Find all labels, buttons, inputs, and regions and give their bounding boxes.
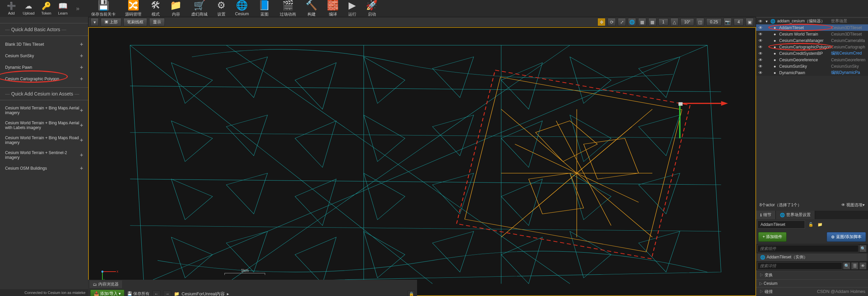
outliner-row-cesiumcameramanager[interactable]: 👁●CesiumCameraManagerCesiumCameraMa bbox=[756, 37, 868, 44]
outliner-row-cesiumsunsky[interactable]: 👁●CesiumSunSkyCesiumSunSky bbox=[756, 63, 868, 69]
sidebar-item-sunsky[interactable]: Cesium SunSky+ bbox=[0, 50, 88, 62]
camera-speed-button[interactable]: 📷 bbox=[724, 18, 732, 26]
outliner-row-cesiumgeoreference[interactable]: 👁●CesiumGeoreferenceCesiumGeoreferen bbox=[756, 57, 868, 63]
visibility-eye-icon[interactable]: 👁 bbox=[757, 51, 764, 56]
marketplace-button[interactable]: 🛒虚幻商城 bbox=[191, 0, 208, 17]
browse-icon[interactable]: 📁 bbox=[815, 222, 825, 227]
outliner-row-cesiumcartographicpolygon[interactable]: 👁●CesiumCartographicPolygonCesiumCartogr… bbox=[756, 44, 868, 50]
visibility-eye-icon[interactable]: 👁 bbox=[757, 25, 764, 30]
sidebar-item-terrain-sentinel[interactable]: Cesium World Terrain + Sentinel-2 imager… bbox=[0, 148, 88, 163]
outliner-row-cesiumcreditsystembp[interactable]: 👁●CesiumCreditSystemBP编辑CesiumCred bbox=[756, 50, 868, 57]
grid-snap-button[interactable]: ▦ bbox=[648, 18, 656, 26]
plus-icon[interactable]: + bbox=[80, 122, 83, 128]
compile-button[interactable]: 🧱编译 bbox=[327, 0, 339, 17]
transform-scale-button[interactable]: ⤢ bbox=[618, 18, 626, 26]
sidebar-item-terrain-aerial-labels[interactable]: Cesium World Terrain + Bing Maps Aerial … bbox=[0, 118, 88, 133]
token-button[interactable]: 🔑Token bbox=[41, 2, 51, 15]
nav-back-button[interactable]: ← bbox=[152, 291, 160, 296]
save-level-button[interactable]: 💾保存当前关卡 bbox=[91, 0, 116, 17]
transform-move-button[interactable]: ✥ bbox=[597, 18, 606, 26]
sidebar-item-osm-buildings[interactable]: Cesium OSM Buildings+ bbox=[0, 163, 88, 174]
cesium-button[interactable]: 🌐Cesium bbox=[235, 0, 249, 17]
learn-button[interactable]: 📖Learn bbox=[58, 2, 67, 15]
camera-speed-value[interactable]: 4 bbox=[734, 18, 744, 26]
viewport-canvas[interactable]: 1km x y bbox=[88, 27, 756, 296]
actor-name-field[interactable]: AddamTileset bbox=[757, 220, 805, 229]
search-icon[interactable]: 🔍 bbox=[859, 245, 867, 252]
blueprint-script-button[interactable]: ⚙蓝图/添加脚本 bbox=[827, 232, 866, 242]
show-button[interactable]: 显示 bbox=[149, 18, 165, 26]
add-component-button[interactable]: + 添加组件 bbox=[758, 232, 787, 242]
scale-snap-button[interactable]: ◫ bbox=[696, 18, 704, 26]
outliner-row-cesiumworldterrain[interactable]: 👁●Cesium World TerrainCesium3DTileset bbox=[756, 31, 868, 37]
visibility-eye-icon[interactable]: 👁 bbox=[757, 38, 764, 43]
visibility-eye-icon[interactable]: 👁 bbox=[757, 45, 764, 49]
angle-snap-value[interactable]: 10° bbox=[680, 18, 694, 26]
tab-details[interactable]: ℹ细节 bbox=[756, 211, 776, 219]
build-button[interactable]: 🔨构建 bbox=[305, 0, 317, 17]
plus-icon[interactable]: + bbox=[80, 76, 83, 82]
transform-rotate-button[interactable]: ⟳ bbox=[608, 18, 616, 26]
visibility-eye-icon[interactable]: 👁 bbox=[757, 19, 764, 24]
visibility-eye-icon[interactable]: 👁 bbox=[757, 70, 764, 75]
component-search-input[interactable] bbox=[757, 245, 859, 252]
plus-icon[interactable]: + bbox=[80, 64, 83, 70]
category-transform[interactable]: 变换 bbox=[756, 271, 868, 279]
settings-button[interactable]: ⚙设置 bbox=[217, 0, 225, 17]
plus-icon[interactable]: + bbox=[80, 53, 83, 59]
add-button[interactable]: ➕Add bbox=[7, 2, 16, 15]
play-button[interactable]: ▶运行 bbox=[348, 0, 356, 17]
outliner-row-addamcesium[interactable]: 👁▾🌐addam_cesium（编辑器）世界场景 bbox=[756, 18, 868, 24]
outliner-row-dynamicpawn[interactable]: 👁●DynamicPawn编辑DynamicPa bbox=[756, 69, 868, 76]
plus-icon[interactable]: + bbox=[80, 41, 83, 47]
visibility-eye-icon[interactable]: 👁 bbox=[757, 58, 764, 62]
mode-icon: 🛠 bbox=[151, 0, 160, 11]
nav-forward-button[interactable]: → bbox=[163, 291, 171, 296]
viewport-menu-button[interactable]: ▾ bbox=[91, 18, 99, 26]
add-import-button[interactable]: 📥 添加/导入 ▾ bbox=[90, 290, 124, 296]
plus-icon[interactable]: + bbox=[80, 152, 83, 158]
grid-snap-value[interactable]: 1 bbox=[658, 18, 668, 26]
outliner-row-addamtileset[interactable]: 👁●AddamTilesetCesium3DTileset bbox=[756, 24, 868, 31]
plus-icon[interactable]: + bbox=[80, 107, 83, 113]
upload-button[interactable]: ☁Upload bbox=[23, 2, 35, 15]
brush-wireframe-button[interactable]: 笔刷线框 bbox=[123, 18, 147, 26]
eye-icon[interactable]: 👁 bbox=[859, 262, 867, 270]
collapse-icon[interactable]: » bbox=[74, 2, 81, 15]
filter-icon[interactable]: ☰ bbox=[851, 262, 859, 270]
source-control-button[interactable]: 🔀源码管理 bbox=[125, 0, 141, 17]
sidebar-item-terrain-road[interactable]: Cesium World Terrain + Bing Maps Road im… bbox=[0, 133, 88, 148]
detail-search-input[interactable] bbox=[757, 262, 842, 270]
plus-icon[interactable]: + bbox=[80, 137, 83, 143]
content-button[interactable]: 📁内容 bbox=[170, 0, 182, 17]
blueprint-button[interactable]: 📘蓝图 bbox=[258, 0, 270, 17]
search-icon[interactable]: 🔍 bbox=[843, 262, 850, 270]
sidebar-item-dynamic-pawn[interactable]: Dynamic Pawn+ bbox=[0, 62, 88, 73]
save-all-button[interactable]: 💾 保存所有 bbox=[127, 291, 150, 296]
coord-space-button[interactable]: 🌐 bbox=[628, 18, 636, 26]
angle-snap-button[interactable]: △ bbox=[670, 18, 678, 26]
launch-button[interactable]: 🚀启动 bbox=[366, 0, 378, 17]
scale-snap-value[interactable]: 0.25 bbox=[706, 18, 722, 26]
surface-snap-button[interactable]: ▦ bbox=[638, 18, 646, 26]
cinematic-button[interactable]: 🎬过场动画 bbox=[280, 0, 296, 17]
content-browser-tab[interactable]: 🗂内容浏览器 bbox=[90, 280, 122, 288]
lock-icon[interactable]: 🔒 bbox=[408, 291, 415, 296]
sidebar-item-terrain-aerial[interactable]: Cesium World Terrain + Bing Maps Aerial … bbox=[0, 103, 88, 118]
maximize-button[interactable]: ▣ bbox=[746, 18, 754, 26]
sidebar-item-blank-tileset[interactable]: Blank 3D Tiles Tileset+ bbox=[0, 39, 88, 50]
actor-label: Cesium World Terrain bbox=[778, 32, 831, 37]
mode-button[interactable]: 🛠模式 bbox=[151, 0, 160, 17]
expand-icon[interactable]: ▾ bbox=[764, 19, 770, 24]
actor-instance-row[interactable]: 🌐AddamTileset（实例） bbox=[757, 253, 867, 261]
view-top-button[interactable]: ▣ 上部 bbox=[101, 18, 121, 26]
visibility-eye-icon[interactable]: 👁 bbox=[757, 32, 764, 37]
breadcrumb[interactable]: 📁 CesiumForUnreal内容 ▸ bbox=[174, 291, 405, 296]
lock-icon[interactable]: 🔓 bbox=[806, 222, 815, 227]
sidebar-item-cartographic-polygon[interactable]: Cesium Cartographic Polygon+ bbox=[0, 73, 88, 85]
tab-world-settings[interactable]: 🌐世界场景设置 bbox=[776, 211, 815, 219]
category-cesium[interactable]: Cesium bbox=[756, 279, 868, 287]
plus-icon[interactable]: + bbox=[80, 165, 83, 171]
visibility-eye-icon[interactable]: 👁 bbox=[757, 64, 764, 69]
view-options-button[interactable]: 👁 视图选项▾ bbox=[841, 202, 865, 208]
